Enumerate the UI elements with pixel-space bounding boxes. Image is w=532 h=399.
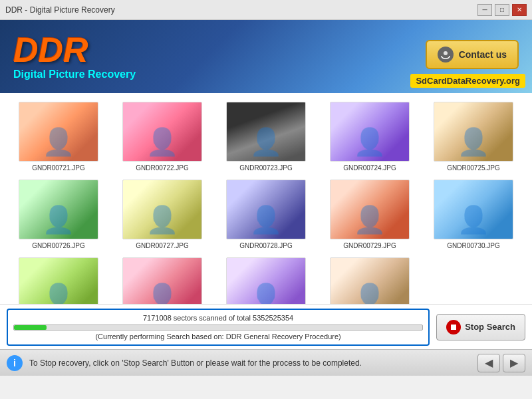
contact-button-label: Contact us [459,49,507,60]
image-filename: GNDR00726.JPG [32,242,84,249]
image-filename: GNDR00725.JPG [447,164,499,172]
svg-rect-1 [451,325,456,330]
list-item[interactable]: 👤GNDR00729.JPG [318,174,422,252]
image-filename: GNDR00723.JPG [239,164,292,172]
progress-fill [14,325,47,330]
close-button[interactable]: ✕ [512,4,527,16]
list-item[interactable]: 👤GNDR00725.JPG [422,96,525,174]
list-item[interactable]: 👤GNDR00722.JPG [110,96,214,174]
image-filename: GNDR00721.JPG [32,164,84,172]
list-item[interactable]: 👤GNDR00726.JPG [7,174,110,252]
image-filename: GNDR00722.JPG [136,164,188,172]
window-controls: ─ □ ✕ [477,4,527,16]
progress-area: 7171008 sectors scanned of total 5352525… [0,304,532,349]
status-bar: i To Stop recovery, click on 'Stop Searc… [0,349,532,376]
image-filename: GNDR00730.JPG [447,242,499,249]
main-content: 👤GNDR00721.JPG👤GNDR00722.JPG👤GNDR00723.J… [0,93,532,349]
window-title: DDR - Digital Picture Recovery [5,5,115,15]
minimize-button[interactable]: ─ [477,4,492,16]
contact-icon [438,47,454,63]
ddr-logo: DDR [13,33,136,67]
list-item[interactable]: 👤GNDR00727.JPG [110,174,214,252]
image-filename: GNDR00724.JPG [343,164,396,172]
image-grid[interactable]: 👤GNDR00721.JPG👤GNDR00722.JPG👤GNDR00723.J… [0,93,532,319]
header: DDR Digital Picture Recovery Contact us … [0,20,532,93]
stop-search-button[interactable]: Stop Search [436,314,525,340]
list-item[interactable]: 👤GNDR00730.JPG [422,174,525,252]
forward-button[interactable]: ▶ [503,354,525,372]
list-item[interactable]: 👤GNDR00724.JPG [318,96,422,174]
sectors-text: 7171008 sectors scanned of total 5352525… [13,314,423,322]
image-filename: GNDR00727.JPG [136,242,188,249]
list-item[interactable]: 👤GNDR00728.JPG [214,174,318,252]
stop-icon [446,320,461,334]
image-filename: GNDR00728.JPG [239,242,292,249]
image-filename: GNDR00729.JPG [343,242,396,249]
info-icon: i [7,355,23,371]
title-bar: DDR - Digital Picture Recovery ─ □ ✕ [0,0,532,20]
maximize-button[interactable]: □ [495,4,509,16]
sdcard-badge: SdCardDataRecovery.org [410,74,525,88]
svg-point-0 [444,51,448,55]
logo-area: DDR Digital Picture Recovery [13,33,136,80]
nav-buttons: ◀ ▶ [477,354,525,372]
contact-button[interactable]: Contact us [426,40,519,69]
progress-box: 7171008 sectors scanned of total 5352525… [7,309,430,346]
progress-bar [13,325,423,331]
app-subtitle: Digital Picture Recovery [13,68,136,80]
back-button[interactable]: ◀ [477,354,500,372]
status-message: To Stop recovery, click on 'Stop Search'… [29,358,471,368]
stop-button-label: Stop Search [465,322,515,332]
progress-subtext: (Currently performing Search based on: D… [13,332,423,340]
list-item[interactable]: 👤GNDR00723.JPG [214,96,318,174]
list-item[interactable]: 👤GNDR00721.JPG [7,96,110,174]
